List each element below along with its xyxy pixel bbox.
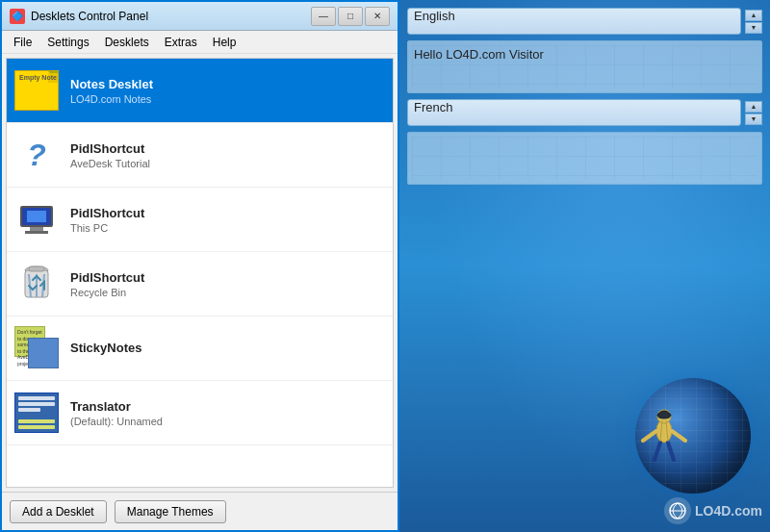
translator-icon-shape bbox=[14, 393, 59, 433]
manage-themes-button[interactable]: Manage Themes bbox=[115, 500, 226, 523]
maximize-button[interactable]: □ bbox=[338, 7, 363, 26]
list-item[interactable]: ? PidlShortcut AveDesk Tutorial bbox=[7, 123, 393, 188]
notes-desklet-info: Notes Desklet LO4D.com Notes bbox=[70, 77, 387, 105]
menu-file[interactable]: File bbox=[6, 34, 39, 51]
translator-desklet-icon bbox=[13, 389, 61, 437]
minimize-button[interactable]: — bbox=[311, 7, 336, 26]
pidl1-sub: AveDesk Tutorial bbox=[70, 158, 387, 169]
add-desklet-button[interactable]: Add a Desklet bbox=[10, 500, 107, 523]
svg-line-6 bbox=[672, 431, 685, 441]
french-select[interactable]: French bbox=[407, 99, 741, 126]
translator-name: Translator bbox=[70, 399, 387, 414]
english-text-area[interactable]: Hello LO4D.com Visitor bbox=[407, 40, 762, 93]
t-line-3 bbox=[18, 408, 40, 412]
qmark-desklet-icon: ? bbox=[13, 131, 61, 179]
translator-info: Translator (Default): Unnamed bbox=[70, 399, 387, 427]
french-text-area[interactable] bbox=[407, 132, 762, 185]
svg-line-7 bbox=[654, 443, 660, 460]
french-lang-row: French ▲ ▼ bbox=[407, 99, 762, 126]
pidl3-sub: Recycle Bin bbox=[70, 287, 387, 298]
list-item[interactable]: Empty Note Notes Desklet LO4D.com Notes bbox=[7, 59, 393, 123]
t-line-1 bbox=[18, 396, 55, 400]
list-item[interactable]: PidlShortcut This PC bbox=[7, 188, 393, 252]
pidl2-sub: This PC bbox=[70, 222, 387, 234]
window-controls: — □ ✕ bbox=[311, 7, 390, 26]
desktop-panel: English ▲ ▼ Hello LO4D.com Visitor Frenc… bbox=[399, 0, 770, 532]
watermark: LO4D.com bbox=[664, 497, 762, 524]
list-item[interactable]: Translator (Default): Unnamed bbox=[7, 381, 393, 445]
t-line-2 bbox=[18, 402, 55, 406]
pidl2-name: PidlShortcut bbox=[70, 206, 387, 220]
svg-rect-2 bbox=[29, 266, 44, 271]
desklet-list[interactable]: Empty Note Notes Desklet LO4D.com Notes … bbox=[6, 58, 394, 488]
pidl3-info: PidlShortcut Recycle Bin bbox=[70, 270, 387, 298]
french-select-label: French bbox=[414, 100, 452, 114]
menu-help[interactable]: Help bbox=[205, 34, 244, 51]
title-bar: 🔷 Desklets Control Panel — □ ✕ bbox=[2, 2, 398, 31]
english-select[interactable]: English bbox=[407, 8, 741, 35]
notes-desklet-sub: LO4D.com Notes bbox=[70, 93, 387, 105]
sticky-desklet-icon: Don't forget to donate some cash to the … bbox=[13, 324, 61, 372]
skydiver-figure bbox=[635, 397, 693, 474]
french-spinner: ▲ ▼ bbox=[745, 101, 762, 125]
watermark-circle bbox=[664, 497, 691, 524]
close-button[interactable]: ✕ bbox=[365, 7, 390, 26]
pidl1-name: PidlShortcut bbox=[70, 141, 387, 156]
list-item[interactable]: PidlShortcut Recycle Bin bbox=[7, 252, 393, 317]
translator-sub: (Default): Unnamed bbox=[70, 416, 387, 427]
note-icon-shape: Empty Note bbox=[14, 70, 59, 111]
english-spin-up[interactable]: ▲ bbox=[745, 10, 762, 21]
sticky-blue-piece bbox=[28, 338, 59, 368]
window-title: Desklets Control Panel bbox=[31, 10, 311, 23]
app-icon: 🔷 bbox=[10, 9, 25, 24]
t-line-5 bbox=[18, 425, 55, 429]
french-spin-up[interactable]: ▲ bbox=[745, 101, 762, 113]
sticky-name: StickyNotes bbox=[70, 341, 387, 355]
sticky-info: StickyNotes bbox=[70, 341, 387, 357]
pidl3-name: PidlShortcut bbox=[70, 270, 387, 285]
bottom-bar: Add a Desklet Manage Themes bbox=[2, 492, 398, 530]
panel-body: Empty Note Notes Desklet LO4D.com Notes … bbox=[2, 54, 398, 530]
french-spin-down[interactable]: ▼ bbox=[745, 114, 762, 125]
notes-desklet-name: Notes Desklet bbox=[70, 77, 387, 91]
menu-bar: File Settings Desklets Extras Help bbox=[2, 31, 398, 54]
svg-line-8 bbox=[668, 443, 674, 460]
t-line-4 bbox=[18, 419, 55, 423]
notes-desklet-icon: Empty Note bbox=[13, 66, 61, 114]
watermark-text: LO4D.com bbox=[695, 503, 762, 519]
list-item[interactable]: Don't forget to donate some cash to the … bbox=[7, 317, 393, 381]
svg-line-5 bbox=[643, 431, 656, 441]
pc-desklet-icon bbox=[13, 195, 61, 243]
recycle-desklet-icon bbox=[13, 260, 61, 308]
english-text-content: Hello LO4D.com Visitor bbox=[414, 47, 544, 62]
menu-extras[interactable]: Extras bbox=[157, 34, 205, 51]
question-mark-icon: ? bbox=[14, 133, 59, 177]
pc-screen bbox=[20, 206, 53, 227]
pidl2-info: PidlShortcut This PC bbox=[70, 206, 387, 234]
english-spinner: ▲ ▼ bbox=[745, 10, 762, 34]
recycle-bin-icon bbox=[14, 262, 59, 306]
english-lang-row: English ▲ ▼ bbox=[407, 8, 762, 35]
menu-settings[interactable]: Settings bbox=[39, 34, 96, 51]
english-spin-down[interactable]: ▼ bbox=[745, 22, 762, 34]
pc-base bbox=[25, 231, 48, 234]
sticky-notes-icon: Don't forget to donate some cash to the … bbox=[14, 326, 59, 370]
pidl1-info: PidlShortcut AveDesk Tutorial bbox=[70, 141, 387, 169]
english-select-label: English bbox=[414, 9, 455, 23]
pc-icon-shape bbox=[14, 197, 59, 241]
translator-widget: English ▲ ▼ Hello LO4D.com Visitor Frenc… bbox=[399, 0, 770, 192]
control-panel-window: 🔷 Desklets Control Panel — □ ✕ File Sett… bbox=[0, 0, 399, 532]
menu-desklets[interactable]: Desklets bbox=[97, 34, 157, 51]
